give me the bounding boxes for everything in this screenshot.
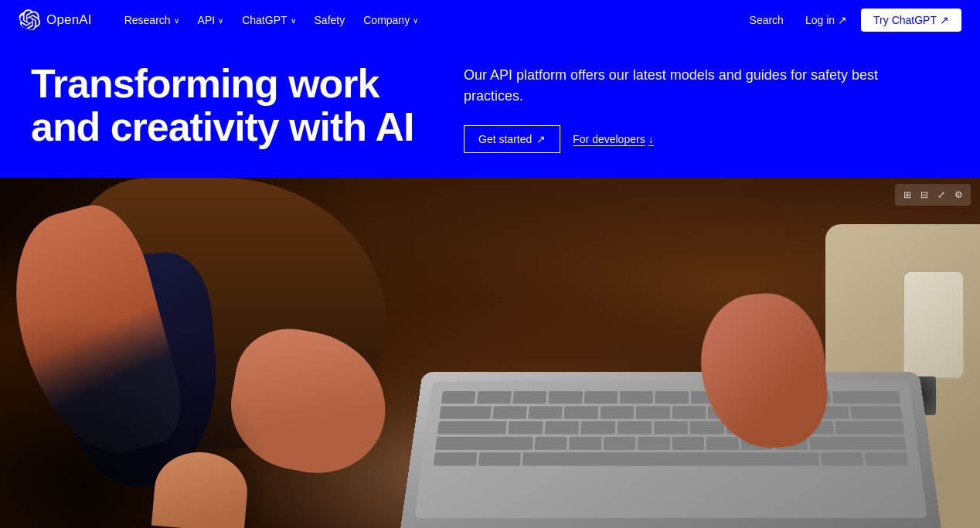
expand-icon[interactable]: ⤢	[934, 187, 949, 203]
nav-links: Research ∨ API ∨ ChatGPT ∨ Safety Compan…	[117, 9, 742, 31]
laptop-body	[400, 372, 941, 528]
api-chevron-icon: ∨	[218, 16, 223, 25]
nav-safety[interactable]: Safety	[307, 9, 353, 31]
key-row-2	[439, 406, 902, 418]
key-row-4	[435, 437, 907, 450]
login-arrow-icon: ↗	[838, 14, 847, 26]
hero-right: Our API platform offers our latest model…	[464, 62, 949, 153]
key-row-3	[437, 421, 904, 434]
photo-scene	[0, 178, 980, 528]
keyboard-grid	[414, 381, 927, 518]
for-developers-button[interactable]: For developers ↓	[573, 133, 653, 145]
nav-company[interactable]: Company ∨	[356, 9, 426, 31]
developers-arrow-icon: ↓	[648, 133, 654, 145]
image-section: ⊞ ⊟ ⤢ ⚙	[0, 178, 980, 528]
settings-icon[interactable]: ⚙	[951, 187, 966, 203]
logo[interactable]: OpenAI	[19, 9, 92, 31]
key-row-1	[441, 391, 900, 404]
navbar: OpenAI Research ∨ API ∨ ChatGPT ∨ Safety…	[0, 0, 980, 40]
try-chatgpt-button[interactable]: Try ChatGPT ↗	[861, 9, 961, 32]
hero-left: Transforming work and creativity with AI	[31, 62, 433, 148]
nav-api[interactable]: API ∨	[190, 9, 232, 31]
columns-icon[interactable]: ⊟	[917, 187, 932, 203]
hero-buttons: Get started ↗ For developers ↓	[464, 125, 949, 153]
image-toolbar: ⊞ ⊟ ⤢ ⚙	[895, 184, 971, 206]
get-started-arrow-icon: ↗	[536, 133, 546, 145]
nav-right: Search Log in ↗ Try ChatGPT ↗	[742, 9, 961, 32]
grid-icon[interactable]: ⊞	[900, 187, 915, 203]
hero-section: Transforming work and creativity with AI…	[0, 40, 980, 178]
hero-image	[0, 178, 980, 528]
nav-chatgpt[interactable]: ChatGPT ∨	[234, 9, 303, 31]
phone-element	[903, 271, 965, 379]
research-chevron-icon: ∨	[174, 16, 179, 25]
key-row-space	[434, 452, 909, 465]
search-button[interactable]: Search	[742, 9, 791, 31]
chatgpt-chevron-icon: ∨	[291, 16, 296, 25]
openai-logo-icon	[19, 9, 40, 31]
hero-description: Our API platform offers our latest model…	[464, 65, 897, 107]
brand-name: OpenAI	[46, 12, 92, 28]
hero-title: Transforming work and creativity with AI	[31, 62, 433, 148]
company-chevron-icon: ∨	[413, 16, 418, 25]
get-started-button[interactable]: Get started ↗	[464, 125, 560, 153]
try-arrow-icon: ↗	[940, 14, 949, 26]
nav-research[interactable]: Research ∨	[117, 9, 187, 31]
login-button[interactable]: Log in ↗	[798, 9, 855, 31]
